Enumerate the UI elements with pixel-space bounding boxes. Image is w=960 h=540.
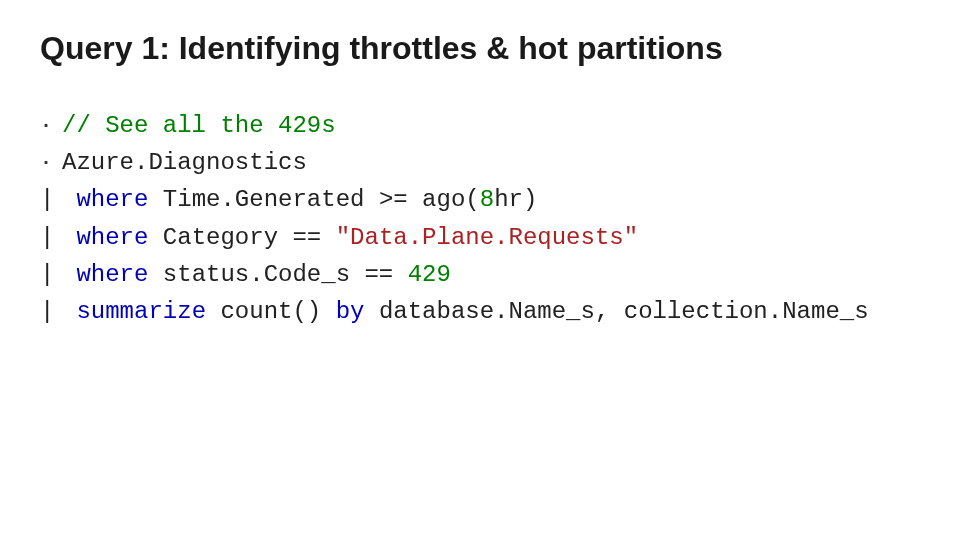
rparen: ): [523, 186, 537, 213]
hr: hr: [494, 186, 523, 213]
field: Category: [163, 224, 278, 251]
code-clause: where Category == "Data.Plane.Requests": [62, 219, 638, 256]
num: 8: [480, 186, 494, 213]
pipe-icon: |: [40, 293, 62, 330]
field: status.Code_s: [163, 261, 350, 288]
field: Time.Generated: [163, 186, 365, 213]
bullet-icon: [40, 110, 62, 141]
code-block: // See all the 429s Azure.Diagnostics | …: [40, 107, 920, 330]
code-table: Azure.Diagnostics: [62, 144, 307, 181]
code-clause: where status.Code_s == 429: [62, 256, 451, 293]
slide: Query 1: Identifying throttles & hot par…: [0, 0, 960, 360]
string: "Data.Plane.Requests": [336, 224, 638, 251]
slide-title: Query 1: Identifying throttles & hot par…: [40, 30, 920, 67]
code-comment: // See all the 429s: [62, 107, 336, 144]
op: >=: [379, 186, 408, 213]
code-line-4: | where Category == "Data.Plane.Requests…: [40, 219, 920, 256]
pipe-icon: |: [40, 256, 62, 293]
pipe-icon: |: [40, 181, 62, 218]
code-line-3: | where Time.Generated >= ago(8hr): [40, 181, 920, 218]
code-line-6: | summarize count() by database.Name_s, …: [40, 293, 920, 330]
code-line-2: Azure.Diagnostics: [40, 144, 920, 181]
col1: database.Name_s: [379, 298, 595, 325]
code-clause: where Time.Generated >= ago(8hr): [62, 181, 537, 218]
sep: ,: [595, 298, 609, 325]
kw-by: by: [336, 298, 365, 325]
code-clause: summarize count() by database.Name_s, co…: [62, 293, 869, 330]
code-line-1: // See all the 429s: [40, 107, 920, 144]
parens: (): [292, 298, 321, 325]
kw-where: where: [76, 186, 148, 213]
num: 429: [408, 261, 451, 288]
lparen: (: [465, 186, 479, 213]
col2: collection.Name_s: [624, 298, 869, 325]
kw-where: where: [76, 224, 148, 251]
kw-summarize: summarize: [76, 298, 206, 325]
pipe-icon: |: [40, 219, 62, 256]
op: ==: [364, 261, 393, 288]
kw-where: where: [76, 261, 148, 288]
fn: count: [220, 298, 292, 325]
bullet-icon: [40, 147, 62, 178]
op: ==: [292, 224, 321, 251]
code-line-5: | where status.Code_s == 429: [40, 256, 920, 293]
fn: ago: [422, 186, 465, 213]
